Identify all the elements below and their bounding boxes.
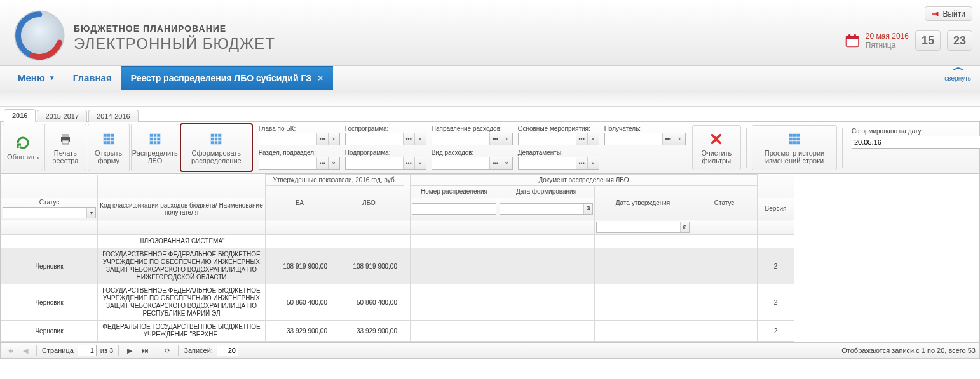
form-distribution-button[interactable]: Сформировать распределение bbox=[180, 124, 252, 171]
print-label: Печать реестра bbox=[50, 149, 81, 164]
filter-gosprog-field[interactable] bbox=[346, 133, 403, 145]
clear-filters-button[interactable]: Очистить фильтры bbox=[692, 125, 741, 170]
col-dappr[interactable]: Дата утверждения bbox=[595, 186, 691, 220]
chevron-down-icon[interactable]: ▾ bbox=[86, 208, 95, 218]
num-filter-input[interactable] bbox=[412, 204, 496, 214]
ellipsis-icon[interactable]: ••• bbox=[662, 133, 674, 145]
ellipsis-icon[interactable]: ••• bbox=[403, 157, 414, 169]
col-status2[interactable]: Статус bbox=[691, 186, 758, 220]
cell-expand[interactable] bbox=[404, 321, 411, 342]
ellipsis-icon[interactable]: ••• bbox=[489, 157, 501, 169]
filter-gosprog-input[interactable]: •••× bbox=[345, 133, 426, 145]
clear-icon[interactable]: × bbox=[328, 157, 339, 169]
pager-prev-icon[interactable]: ◀ bbox=[20, 345, 31, 356]
dform-filter-combo[interactable]: 🗓 bbox=[500, 203, 593, 215]
dappr-filter-combo[interactable]: 🗓 bbox=[596, 222, 690, 233]
filter-dept-input[interactable]: •••× bbox=[518, 157, 599, 170]
nav-home[interactable]: Главная bbox=[64, 66, 121, 90]
filter-subprog-field[interactable] bbox=[346, 157, 403, 169]
close-tab-icon[interactable]: × bbox=[318, 73, 323, 83]
year-tab-2015-2017[interactable]: 2015-2017 bbox=[37, 110, 87, 122]
menu-dropdown[interactable]: Меню ▼ bbox=[9, 66, 64, 90]
year-tab-2014-2016[interactable]: 2014-2016 bbox=[88, 110, 139, 122]
status-filter-input[interactable] bbox=[3, 208, 86, 218]
col-status-label[interactable]: Статус bbox=[3, 199, 96, 206]
ellipsis-icon[interactable]: ••• bbox=[403, 133, 414, 145]
distribute-button[interactable]: Распределить ЛБО bbox=[131, 124, 179, 171]
year-tabs: 2016 2015-2017 2014-2016 bbox=[0, 107, 980, 122]
filter-vid-field[interactable] bbox=[432, 157, 489, 169]
num-filter-combo[interactable] bbox=[412, 203, 496, 215]
filter-razdel-input[interactable]: •••× bbox=[259, 157, 340, 170]
ellipsis-icon[interactable]: ••• bbox=[489, 133, 501, 145]
calendar-picker-icon[interactable]: 🗓 bbox=[583, 204, 592, 214]
filter-recv: Получатель: •••× bbox=[604, 125, 686, 147]
pager-first-icon[interactable]: ⏮ bbox=[4, 345, 16, 356]
pager-next-icon[interactable]: ▶ bbox=[124, 345, 135, 356]
calendar-picker-icon[interactable]: 🗓 bbox=[680, 222, 689, 232]
clear-icon[interactable]: × bbox=[414, 133, 426, 145]
exit-button[interactable]: ⇥ Выйти bbox=[925, 6, 972, 21]
filter-osn-field[interactable] bbox=[519, 133, 576, 145]
ellipsis-icon[interactable]: ••• bbox=[316, 157, 328, 169]
pager-records-input[interactable] bbox=[217, 345, 238, 356]
separator bbox=[842, 128, 843, 168]
filter-razdel-field[interactable] bbox=[259, 157, 316, 169]
table-row[interactable]: ШЛЮЗОВАННАЯ СИСТЕМА" bbox=[1, 235, 794, 248]
formed-date-input[interactable]: 🗓 bbox=[852, 136, 980, 149]
filter-dept-field[interactable] bbox=[519, 157, 576, 169]
dform-filter-input[interactable] bbox=[500, 204, 583, 214]
table-row[interactable]: ЧерновикГОСУДАРСТВЕННОЕ ФЕДЕРАЛЬНОЕ БЮДЖ… bbox=[1, 284, 794, 321]
pager-page-input[interactable] bbox=[78, 345, 97, 356]
col-num[interactable]: Номер распределения bbox=[411, 186, 498, 197]
formed-date-value[interactable] bbox=[852, 136, 980, 148]
clear-icon[interactable]: × bbox=[587, 157, 599, 169]
calendar-icon bbox=[844, 32, 861, 49]
filter-osn-input[interactable]: •••× bbox=[518, 133, 599, 145]
collapse-button[interactable]: ⌃ свернуть bbox=[944, 69, 971, 82]
col-code[interactable]: Код классификации расходов бюджета/ Наим… bbox=[98, 197, 266, 220]
dappr-filter-input[interactable] bbox=[597, 222, 680, 232]
clear-icon[interactable]: × bbox=[674, 133, 685, 145]
history-button[interactable]: Просмотр истории изменений строки bbox=[752, 125, 838, 170]
clear-icon[interactable]: × bbox=[501, 157, 512, 169]
clear-icon[interactable]: × bbox=[328, 133, 339, 145]
col-lbo[interactable]: ЛБО bbox=[334, 186, 404, 220]
print-button[interactable]: Печать реестра bbox=[44, 124, 86, 171]
ellipsis-icon[interactable]: ••• bbox=[576, 157, 587, 169]
nav-tab-active[interactable]: Реестр распределения ЛБО субсидий ГЗ × bbox=[121, 66, 334, 90]
status-filter-combo[interactable]: ▾ bbox=[3, 207, 96, 218]
filter-glava-input[interactable]: •••× bbox=[259, 133, 340, 145]
open-form-button[interactable]: Открыть форму bbox=[88, 124, 130, 171]
col-dform[interactable]: Дата формирования bbox=[498, 186, 595, 197]
svg-rect-2 bbox=[846, 36, 859, 39]
ellipsis-icon[interactable]: ••• bbox=[576, 133, 587, 145]
pager-last-icon[interactable]: ⏭ bbox=[139, 345, 151, 356]
filter-glava-field[interactable] bbox=[259, 133, 316, 145]
year-tab-2016[interactable]: 2016 bbox=[4, 109, 36, 122]
cell-expand[interactable] bbox=[404, 248, 411, 284]
clear-icon[interactable]: × bbox=[501, 133, 512, 145]
col-ba[interactable]: БА bbox=[266, 186, 334, 220]
cell-expand[interactable] bbox=[404, 284, 411, 321]
filter-napr-label: Направление расходов: bbox=[432, 125, 513, 132]
filter-recv-field[interactable] bbox=[605, 133, 662, 145]
filter-napr-input[interactable]: •••× bbox=[432, 133, 513, 145]
col-ver[interactable]: Версия bbox=[758, 197, 794, 220]
active-tab-label: Реестр распределения ЛБО субсидий ГЗ bbox=[131, 73, 311, 83]
pager-refresh-icon[interactable]: ⟳ bbox=[161, 345, 173, 356]
cell-expand[interactable] bbox=[404, 235, 411, 248]
filter-vid-input[interactable]: •••× bbox=[432, 157, 513, 170]
clear-icon[interactable]: × bbox=[414, 157, 426, 169]
table-row[interactable]: ЧерновикГОСУДАРСТВЕННОЕ ФЕДЕРАЛЬНОЕ БЮДЖ… bbox=[1, 248, 794, 284]
logo: БЮДЖЕТНОЕ ПЛАНИРОВАНИЕ ЭЛЕКТРОННЫЙ БЮДЖЕ… bbox=[11, 8, 275, 63]
refresh-button[interactable]: Обновить bbox=[3, 124, 43, 171]
clear-icon[interactable]: × bbox=[587, 133, 599, 145]
filter-subprog-input[interactable]: •••× bbox=[345, 157, 426, 170]
ellipsis-icon[interactable]: ••• bbox=[316, 133, 328, 145]
pager-summary: Отображаются записи с 1 по 20, всего 53 bbox=[841, 347, 976, 354]
filter-napr-field[interactable] bbox=[432, 133, 489, 145]
table-row[interactable]: ЧерновикФЕДЕРАЛЬНОЕ ГОСУДАРСТВЕННОЕ БЮДЖ… bbox=[1, 321, 794, 342]
filter-recv-input[interactable]: •••× bbox=[604, 133, 686, 145]
cell-code: ШЛЮЗОВАННАЯ СИСТЕМА" bbox=[98, 235, 266, 248]
